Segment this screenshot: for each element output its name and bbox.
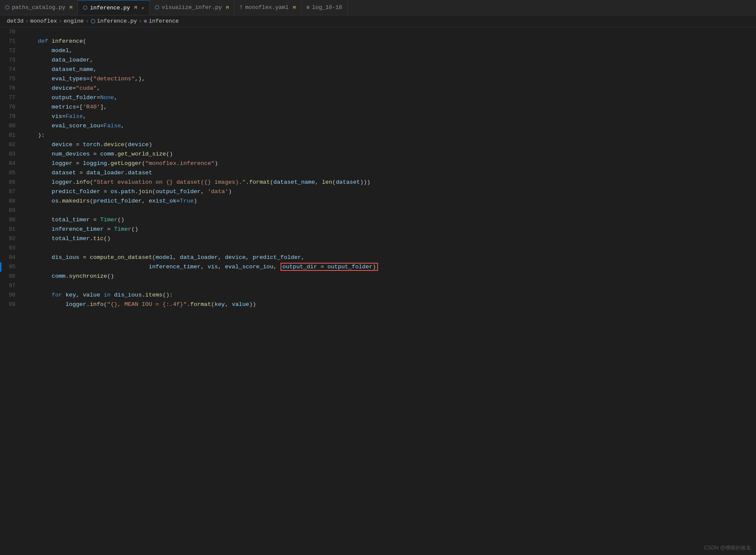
breadcrumb-sep-2: ›	[86, 18, 89, 24]
code-line: 73 data_loader,	[0, 56, 756, 65]
breadcrumb: det3d › monoflex › engine › ⬡ inference.…	[0, 15, 756, 27]
tab-paths-catalog[interactable]: ⬡ paths_catalog.py M	[0, 0, 78, 15]
line-number: 97	[0, 281, 22, 291]
code-line: 93	[0, 244, 756, 253]
file-yaml-icon: !	[239, 5, 242, 11]
line-content: logger.info("Start evaluation on {} data…	[22, 178, 756, 187]
line-number: 82	[0, 140, 22, 150]
breadcrumb-part-4[interactable]: inference	[149, 18, 179, 24]
line-number: 86	[0, 178, 22, 187]
line-content: eval_types=("detections",),	[22, 74, 756, 84]
tab-badge: M	[70, 5, 73, 10]
tab-label-vis: visualize_infer.py	[162, 4, 221, 11]
line-content: dis_ious = compute_on_dataset(model, dat…	[22, 253, 756, 262]
breadcrumb-part-2[interactable]: engine	[64, 18, 84, 24]
line-number: 87	[0, 187, 22, 197]
line-content: comm.synchronize()	[22, 272, 756, 281]
tab-badge-vis: M	[226, 5, 229, 10]
line-number: 91	[0, 225, 22, 234]
line-number: 96	[0, 272, 22, 281]
line-number: 94	[0, 253, 22, 262]
code-line: 79 vis=False,	[0, 112, 756, 121]
tab-label-active: inference.py	[90, 5, 130, 11]
line-content: os.makedirs(predict_folder, exist_ok=Tru…	[22, 197, 756, 206]
code-line: 90 total_timer = Timer()	[0, 215, 756, 225]
tab-monoflex-yaml[interactable]: ! monoflex.yaml M	[234, 0, 301, 15]
tab-inference[interactable]: ⬡ inference.py M ✕	[78, 0, 150, 15]
tab-label-yaml: monoflex.yaml	[245, 4, 289, 11]
code-line: 94 dis_ious = compute_on_dataset(model, …	[0, 253, 756, 262]
line-content: logger.info("{}, MEAN IOU = {:.4f}".form…	[22, 300, 756, 309]
line-content: device="cuda",	[22, 84, 756, 93]
tab-close-button[interactable]: ✕	[142, 5, 145, 11]
code-line: 80 eval_score_iou=False,	[0, 121, 756, 131]
line-content: for key, value in dis_ious.items():	[22, 291, 756, 300]
file-py-icon: ⬡	[5, 4, 9, 11]
line-number: 83	[0, 150, 22, 159]
code-line: 70	[0, 27, 756, 37]
code-line: 87 predict_folder = os.path.join(output_…	[0, 187, 756, 197]
tab-log[interactable]: ≡ log_10-18	[301, 0, 348, 15]
file-py-icon-vis: ⬡	[155, 4, 159, 11]
breadcrumb-part-3[interactable]: inference.py	[97, 18, 137, 24]
code-line: 77 output_folder=None,	[0, 93, 756, 103]
code-line: 84 logger = logging.getLogger("monoflex.…	[0, 159, 756, 168]
breadcrumb-sep-0: ›	[25, 18, 29, 24]
line-content: inference_timer, vis, eval_score_iou, ou…	[22, 262, 756, 272]
tab-visualize-infer[interactable]: ⬡ visualize_infer.py M	[150, 0, 234, 15]
code-line: 74 dataset_name,	[0, 65, 756, 74]
line-content: num_devices = comm.get_world_size()	[22, 150, 756, 159]
line-number: 77	[0, 93, 22, 103]
code-line: 92 total_timer.tic()	[0, 234, 756, 244]
code-line: 97	[0, 281, 756, 291]
code-line: 91 inference_timer = Timer()	[0, 225, 756, 234]
line-content: total_timer.tic()	[22, 234, 756, 244]
line-number: 71	[0, 37, 22, 46]
line-content: logger = logging.getLogger("monoflex.inf…	[22, 159, 756, 168]
code-line: 72 model,	[0, 46, 756, 56]
code-line: 76 device="cuda",	[0, 84, 756, 93]
code-line: 98 for key, value in dis_ious.items():	[0, 291, 756, 300]
code-line: 71 def inference(	[0, 37, 756, 46]
breadcrumb-sep-3: ›	[139, 18, 142, 24]
line-number: 95	[0, 262, 22, 272]
line-content: model,	[22, 46, 756, 56]
line-content	[22, 244, 756, 253]
line-number: 79	[0, 112, 22, 121]
line-number: 70	[0, 27, 22, 37]
file-log-icon: ≡	[307, 5, 310, 11]
tab-label: paths_catalog.py	[12, 4, 65, 11]
line-content: predict_folder = os.path.join(output_fol…	[22, 187, 756, 197]
file-py-icon-active: ⬡	[83, 5, 87, 11]
line-content: eval_score_iou=False,	[22, 121, 756, 131]
line-content: total_timer = Timer()	[22, 215, 756, 225]
code-line: 88 os.makedirs(predict_folder, exist_ok=…	[0, 197, 756, 206]
line-content: device = torch.device(device)	[22, 140, 756, 150]
tab-bar: ⬡ paths_catalog.py M ⬡ inference.py M ✕ …	[0, 0, 756, 15]
line-number: 88	[0, 197, 22, 206]
code-line: 75 eval_types=("detections",),	[0, 74, 756, 84]
tab-label-log: log_10-18	[312, 4, 342, 11]
line-content: dataset = data_loader.dataset	[22, 168, 756, 178]
line-number: 98	[0, 291, 22, 300]
line-content: inference_timer = Timer()	[22, 225, 756, 234]
line-content	[22, 281, 756, 291]
line-number: 93	[0, 244, 22, 253]
line-content: def inference(	[22, 37, 756, 46]
tab-badge-yaml: M	[293, 5, 296, 10]
code-line: 96 comm.synchronize()	[0, 272, 756, 281]
code-line: 83 num_devices = comm.get_world_size()	[0, 150, 756, 159]
breadcrumb-part-0[interactable]: det3d	[7, 18, 24, 24]
code-editor: 70 71 def inference(72 model,73 data_loa…	[0, 27, 756, 555]
line-content: output_folder=None,	[22, 93, 756, 103]
line-number: 89	[0, 206, 22, 215]
tab-badge-active: M	[134, 5, 137, 10]
line-content: dataset_name,	[22, 65, 756, 74]
breadcrumb-symbol-icon: ⊕	[144, 18, 147, 25]
code-line: 95 inference_timer, vis, eval_score_iou,…	[0, 262, 756, 272]
watermark: CSDN @嗜睡的篠龙	[704, 544, 751, 552]
code-line: 85 dataset = data_loader.dataset	[0, 168, 756, 178]
breadcrumb-part-1[interactable]: monoflex	[30, 18, 57, 24]
line-number: 73	[0, 56, 22, 65]
code-line: 99 logger.info("{}, MEAN IOU = {:.4f}".f…	[0, 300, 756, 309]
